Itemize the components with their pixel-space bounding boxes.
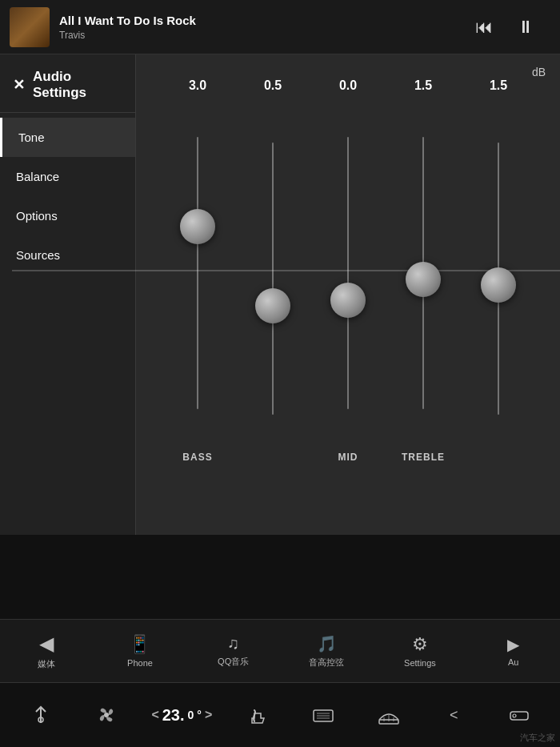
- taskbar: ◀ 媒体 📱 Phone ♫ QQ音乐 🎵 音高控弦 ⚙ Settings ▶ …: [0, 619, 560, 683]
- eq-band-treble1: 1.5 TREBLE: [399, 78, 447, 463]
- temperature-display: < 23.0° >: [151, 706, 212, 725]
- audio-settings-panel: ✕ Audio Settings Tone Balance Options So…: [0, 54, 560, 535]
- slider-track-container-bass1: [174, 102, 222, 444]
- track-title: All I Want To Do Is Rock: [59, 14, 466, 27]
- defrost-front-icon[interactable]: [369, 704, 409, 726]
- slider-track-bass1[interactable]: [197, 137, 198, 409]
- taskbar-item-settings[interactable]: ⚙ Settings: [392, 634, 448, 668]
- now-playing-bar: All I Want To Do Is Rock Travis ⏮ ⏸: [0, 0, 560, 54]
- svg-point-5: [513, 714, 516, 717]
- audio-settings-title: Audio Settings: [33, 69, 122, 101]
- slider-track-mid1[interactable]: [347, 137, 349, 409]
- slider-track-bass2[interactable]: [272, 143, 274, 415]
- sidebar-nav: Tone Balance Options Sources: [0, 113, 135, 275]
- svg-point-1: [104, 713, 109, 717]
- audio-settings-header: ✕ Audio Settings: [0, 54, 135, 113]
- watermark: 汽车之家: [520, 732, 555, 744]
- track-artist: Travis: [59, 30, 466, 41]
- climate-left-icon[interactable]: [21, 704, 61, 726]
- eq-label-bass: BASS: [182, 452, 212, 463]
- eq-value-treble1: 1.5: [414, 78, 432, 96]
- slider-track-container-bass2: [249, 102, 297, 455]
- slider-track-container-treble1: [399, 102, 447, 444]
- eq-value-mid1: 0.0: [339, 78, 357, 96]
- ac-icon[interactable]: [499, 704, 539, 726]
- temp-increase-button[interactable]: >: [205, 708, 212, 722]
- climate-bar: < 23.0° > <: [0, 683, 560, 747]
- eq-label-mid: MID: [338, 452, 358, 463]
- eq-value-bass2: 0.5: [264, 78, 282, 96]
- seat-label: 音高控弦: [309, 657, 344, 669]
- eq-value-bass1: 3.0: [189, 78, 206, 96]
- fan-icon[interactable]: [86, 703, 126, 727]
- equalizer: 3.0 BASS 0.5 0.0: [160, 78, 536, 463]
- temp-decimal: 0: [188, 709, 194, 721]
- sidebar-item-options[interactable]: Options: [0, 196, 135, 235]
- seat-icon: 🎵: [317, 634, 337, 653]
- eq-band-treble2: 1.5: [474, 78, 522, 463]
- taskbar-item-media[interactable]: ◀ 媒体: [18, 633, 74, 670]
- track-info: All I Want To Do Is Rock Travis: [59, 14, 466, 41]
- settings-icon: ⚙: [412, 634, 428, 655]
- taskbar-item-seat[interactable]: 🎵 音高控弦: [298, 634, 354, 669]
- prev-button[interactable]: ⏮: [475, 17, 493, 38]
- defrost-rear-icon[interactable]: [303, 704, 343, 726]
- phone-label: Phone: [127, 658, 153, 668]
- eq-band-bass1: 3.0 BASS: [174, 78, 222, 463]
- db-label: dB: [532, 66, 546, 78]
- playback-controls: ⏮ ⏸: [475, 17, 534, 38]
- slider-thumb-mid1[interactable]: [330, 283, 366, 318]
- taskbar-item-auto[interactable]: ▶ Au: [486, 635, 542, 667]
- sidebar: ✕ Audio Settings Tone Balance Options So…: [0, 54, 136, 535]
- phone-icon: 📱: [129, 634, 150, 655]
- climate-right-arrow[interactable]: <: [434, 707, 474, 724]
- taskbar-item-phone[interactable]: 📱 Phone: [112, 634, 168, 668]
- qq-icon: ♫: [227, 634, 239, 653]
- qq-label: QQ音乐: [218, 656, 249, 668]
- temp-decrease-button[interactable]: <: [151, 708, 158, 722]
- eq-band-bass2: 0.5: [249, 78, 297, 463]
- eq-band-mid1: 0.0 MID: [324, 78, 372, 463]
- sidebar-item-balance[interactable]: Balance: [0, 157, 135, 196]
- auto-label: Au: [508, 657, 518, 667]
- eq-label-treble: TREBLE: [402, 452, 445, 463]
- media-icon: ◀: [39, 633, 54, 655]
- settings-label: Settings: [404, 658, 436, 668]
- media-label: 媒体: [38, 658, 55, 670]
- album-art: [10, 7, 50, 47]
- slider-thumb-bass1[interactable]: [180, 209, 215, 244]
- slider-track-container-mid1: [324, 102, 372, 444]
- eq-value-treble2: 1.5: [490, 78, 507, 96]
- temperature-value: 23.: [162, 706, 185, 725]
- sidebar-item-sources[interactable]: Sources: [0, 235, 135, 275]
- auto-icon: ▶: [507, 635, 519, 654]
- slider-thumb-treble1[interactable]: [406, 262, 441, 297]
- seat-heat-icon[interactable]: [238, 704, 278, 726]
- slider-track-treble1[interactable]: [422, 137, 424, 409]
- slider-thumb-bass2[interactable]: [255, 288, 290, 323]
- close-button[interactable]: ✕: [13, 76, 25, 94]
- slider-track-treble2[interactable]: [498, 143, 499, 415]
- taskbar-item-qq[interactable]: ♫ QQ音乐: [206, 634, 262, 668]
- pause-button[interactable]: ⏸: [517, 17, 534, 38]
- slider-thumb-treble2[interactable]: [481, 267, 516, 303]
- tone-content: dB 3.0 BASS 0.5: [136, 54, 560, 535]
- slider-track-container-treble2: [474, 102, 522, 455]
- sidebar-item-tone[interactable]: Tone: [0, 118, 135, 157]
